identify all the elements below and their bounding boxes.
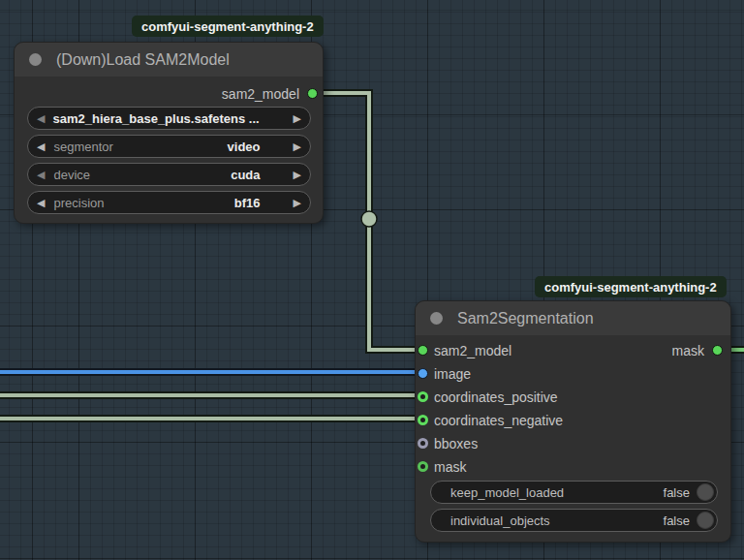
widget-device-combo[interactable]: ◀ device cuda ▶ — [27, 163, 311, 186]
input-slot-coordinates-negative: coordinates_negative — [434, 410, 563, 431]
output-slot-mask: mask — [672, 340, 704, 361]
output-label-sam2-model: sam2_model — [222, 86, 299, 102]
widget-device-label: device — [53, 168, 90, 182]
node1-titlebar[interactable]: (Down)Load SAM2Model — [15, 43, 323, 77]
collapse-dot[interactable] — [430, 312, 443, 325]
prev-arrow-icon[interactable]: ◀ — [37, 170, 45, 180]
node1-title: (Down)Load SAM2Model — [56, 51, 230, 69]
input-label-bboxes: bboxes — [434, 436, 478, 451]
widget-model-value: sam2_hiera_base_plus.safetens ... — [52, 111, 259, 126]
input-port-bboxes[interactable] — [418, 438, 428, 449]
prev-arrow-icon[interactable]: ◀ — [37, 198, 45, 208]
output-port-mask[interactable] — [712, 345, 723, 356]
node2-badge-label: comfyui-segment-anything-2 — [544, 280, 717, 295]
node2-title: Sam2Segmentation — [457, 310, 594, 327]
prev-arrow-icon[interactable]: ◀ — [37, 141, 45, 152]
next-arrow-icon[interactable]: ▶ — [294, 170, 301, 180]
widget-keep-model-loaded-value: false — [664, 485, 690, 500]
input-port-mask[interactable] — [418, 461, 428, 472]
prev-arrow-icon[interactable]: ◀ — [37, 113, 45, 124]
input-port-coordinates-positive[interactable] — [418, 391, 428, 402]
input-label-mask: mask — [434, 459, 466, 475]
next-arrow-icon[interactable]: ▶ — [294, 198, 301, 208]
widget-precision-combo[interactable]: ◀ precision bf16 ▶ — [27, 191, 311, 214]
next-arrow-icon[interactable]: ▶ — [294, 141, 301, 152]
widget-keep-model-loaded-toggle[interactable]: keep_model_loaded false — [430, 481, 718, 504]
output-port-sam2-model[interactable] — [307, 88, 318, 99]
comfyui-canvas[interactable]: { "canvas": { "background_color": "#2b37… — [0, 0, 744, 560]
widget-precision-value: bf16 — [234, 196, 261, 210]
input-slot-bboxes: bboxes — [434, 433, 478, 454]
collapse-dot[interactable] — [29, 53, 42, 66]
input-slot-mask: mask — [434, 456, 466, 478]
widget-segmentor-label: segmentor — [53, 140, 112, 154]
widget-segmentor-combo[interactable]: ◀ segmentor video ▶ — [27, 135, 311, 158]
toggle-knob[interactable] — [697, 512, 714, 529]
input-port-coordinates-negative[interactable] — [418, 415, 428, 425]
output-slot-sam2-model: sam2_model — [222, 83, 299, 105]
widget-individual-objects-label: individual_objects — [450, 513, 550, 528]
input-label-sam2-model: sam2_model — [434, 343, 512, 358]
widget-model-combo[interactable]: ◀ sam2_hiera_base_plus.safetens ... ▶ — [27, 107, 311, 130]
input-slot-sam2-model: sam2_model — [434, 340, 512, 361]
output-label-mask: mask — [672, 343, 704, 358]
input-slot-coordinates-positive: coordinates_positive — [434, 387, 558, 408]
input-port-sam2-model[interactable] — [418, 345, 428, 356]
widget-individual-objects-toggle[interactable]: individual_objects false — [430, 509, 718, 532]
toggle-knob[interactable] — [697, 483, 714, 501]
widget-precision-label: precision — [53, 196, 104, 210]
node-load-sam2model[interactable]: (Down)Load SAM2Model sam2_model ◀ sam2_h… — [14, 42, 324, 224]
next-arrow-icon[interactable]: ▶ — [294, 113, 301, 124]
input-label-coordinates-positive: coordinates_positive — [434, 389, 558, 405]
widget-device-value: cuda — [231, 168, 260, 182]
node2-badge: comfyui-segment-anything-2 — [535, 276, 727, 297]
input-slot-image: image — [434, 363, 471, 385]
node-sam2segmentation[interactable]: Sam2Segmentation sam2_model image coordi… — [415, 300, 731, 543]
node2-titlebar[interactable]: Sam2Segmentation — [416, 301, 730, 335]
widget-segmentor-value: video — [228, 140, 261, 154]
input-label-image: image — [434, 366, 471, 382]
node1-badge: comfyui-segment-anything-2 — [132, 16, 324, 37]
widget-keep-model-loaded-label: keep_model_loaded — [450, 485, 564, 500]
node1-badge-label: comfyui-segment-anything-2 — [141, 19, 314, 34]
link-midpoint-dot[interactable] — [361, 211, 377, 227]
input-port-image[interactable] — [418, 368, 428, 379]
input-label-coordinates-negative: coordinates_negative — [434, 413, 563, 428]
widget-individual-objects-value: false — [664, 513, 690, 528]
